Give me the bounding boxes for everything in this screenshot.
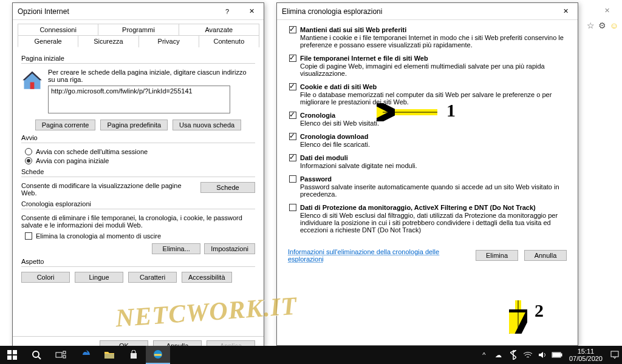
tab-avanzate[interactable]: Avanzate [179,24,259,35]
accessibility-button[interactable]: Accessibilità [182,272,232,283]
languages-button[interactable]: Lingue [75,272,123,283]
use-default-button[interactable]: Pagina predefinita [100,120,168,130]
start-button[interactable] [0,346,24,364]
option-title: Dati di Protezione da monitoraggio, Acti… [300,204,566,211]
svg-line-9 [38,357,41,359]
tab-generale[interactable]: Generale [18,35,78,47]
option-description: Elenco dei siti Web visitati. [300,120,379,127]
smiley-icon[interactable]: ☺ [610,21,618,30]
homepage-url-input[interactable] [48,86,230,113]
svg-rect-5 [13,350,17,354]
tab-programmi[interactable]: Programmi [98,24,179,35]
checkbox-icon [289,26,296,33]
option-description: Copie di pagine Web, immagini ed element… [300,62,566,77]
svg-point-8 [33,351,39,357]
tabs-row-1: Connessioni Programmi Avanzate [13,20,264,35]
dialog-title: Opzioni Internet [18,7,215,16]
history-text: Consente di eliminare i file temporanei,… [21,214,255,229]
radio-label: Avvia con pagina iniziale [36,157,109,164]
option-description: Informazioni salvate digitate nei moduli… [300,162,417,169]
group-appearance: Aspetto [21,258,255,265]
tab-contenuto[interactable]: Contenuto [199,35,259,47]
delete-option-1[interactable]: File temporanei Internet e file di siti … [289,55,566,77]
tabs-button[interactable]: Schede [200,182,255,193]
ie-icon[interactable] [146,346,170,364]
delete-option-3[interactable]: CronologiaElenco dei siti Web visitati. [289,112,566,127]
bluetooth-icon[interactable] [506,346,521,364]
svg-rect-12 [63,356,66,358]
svg-rect-16 [553,353,560,357]
help-icon[interactable]: ? [215,3,239,20]
delete-option-6[interactable]: PasswordPassword salvate inserite automa… [289,175,566,198]
delete-button[interactable]: Elimina [476,250,518,261]
onedrive-icon[interactable]: ☁ [491,346,506,364]
colors-button[interactable]: Colori [21,272,70,283]
star-icon[interactable]: ☆ [587,21,595,30]
edge-icon[interactable] [73,346,97,364]
svg-rect-17 [611,351,618,357]
taskbar: ^ ☁ 15:11 07/05/2020 [0,346,622,364]
radio-icon [25,148,32,155]
check-delete-on-exit[interactable]: Elimina la cronologia al momento di usci… [25,232,255,240]
checkbox-icon [289,133,296,140]
delete-option-7[interactable]: Dati di Protezione da monitoraggio, Acti… [289,204,566,234]
group-tabs: Schede [21,168,255,175]
history-settings-button[interactable]: Impostazioni [204,243,255,254]
svg-rect-4 [7,350,12,354]
radio-start-home[interactable]: Avvia con pagina iniziale [25,157,255,164]
close-icon[interactable]: ✕ [239,3,264,20]
checkbox-icon [289,55,296,62]
checkbox-icon [25,232,32,240]
gear-icon[interactable]: ⚙ [598,21,606,30]
option-title: File temporanei Internet e file di siti … [300,55,566,62]
option-title: Password [300,175,566,183]
learn-more-link[interactable]: Informazioni sull'eliminazione della cro… [288,248,470,263]
option-description: Password salvate inserite automaticament… [300,183,566,198]
option-title: Mantieni dati sui siti Web preferiti [300,26,566,33]
group-startup: Avvio [21,134,255,141]
cancel-button[interactable]: Annulla [524,250,567,261]
store-icon[interactable] [121,346,146,364]
file-explorer-icon[interactable] [97,346,121,364]
dialog-title: Elimina cronologia esplorazioni [282,7,553,16]
checkbox-icon [289,204,296,211]
task-view-icon[interactable] [49,346,73,364]
svg-rect-7 [13,356,17,360]
delete-option-4[interactable]: Cronologia downloadElenco dei file scari… [289,133,566,148]
delete-option-2[interactable]: Cookie e dati di siti WebFile o database… [289,83,566,106]
notifications-icon[interactable] [607,346,622,364]
option-title: Cronologia [300,112,379,119]
radio-icon [25,157,32,164]
system-tray: ^ ☁ 15:11 07/05/2020 [477,346,622,364]
tray-chevron-icon[interactable]: ^ [477,346,491,364]
checkbox-label: Elimina la cronologia al momento di usci… [36,232,161,240]
checkbox-icon [289,83,296,90]
tab-sicurezza[interactable]: Sicurezza [78,35,138,47]
close-icon[interactable]: ✕ [553,3,578,20]
home-icon [21,69,43,115]
time: 15:11 [569,348,603,355]
homepage-hint: Per creare le schede della pagina inizia… [48,69,255,83]
use-newtab-button[interactable]: Usa nuova scheda [173,120,241,130]
delete-option-5[interactable]: Dati dei moduliInformazioni salvate digi… [289,154,566,169]
radio-label: Avvia con schede dell'ultima sessione [36,148,148,155]
option-description: File o database memorizzati nel computer… [300,91,566,106]
clock[interactable]: 15:11 07/05/2020 [564,348,607,362]
option-description: Mantiene i cookie e i file temporanei In… [300,34,566,49]
svg-rect-11 [63,351,66,354]
delete-history-button[interactable]: Elimina... [152,243,200,254]
tab-connessioni[interactable]: Connessioni [18,24,98,35]
delete-option-0[interactable]: Mantieni dati sui siti Web preferitiMant… [289,26,566,49]
use-current-button[interactable]: Pagina corrente [35,120,96,130]
group-history: Cronologia esplorazioni [21,200,255,207]
battery-icon[interactable] [550,346,564,364]
tab-privacy[interactable]: Privacy [138,35,199,47]
search-icon[interactable] [24,346,49,364]
volume-icon[interactable] [535,346,550,364]
svg-rect-10 [56,352,62,357]
browser-toolbar-icons: ☆ ⚙ ☺ [587,21,618,30]
svg-rect-15 [561,354,562,356]
wifi-icon[interactable] [521,346,535,364]
fonts-button[interactable]: Caratteri [128,272,177,283]
radio-start-last[interactable]: Avvia con schede dell'ultima sessione [25,148,255,155]
